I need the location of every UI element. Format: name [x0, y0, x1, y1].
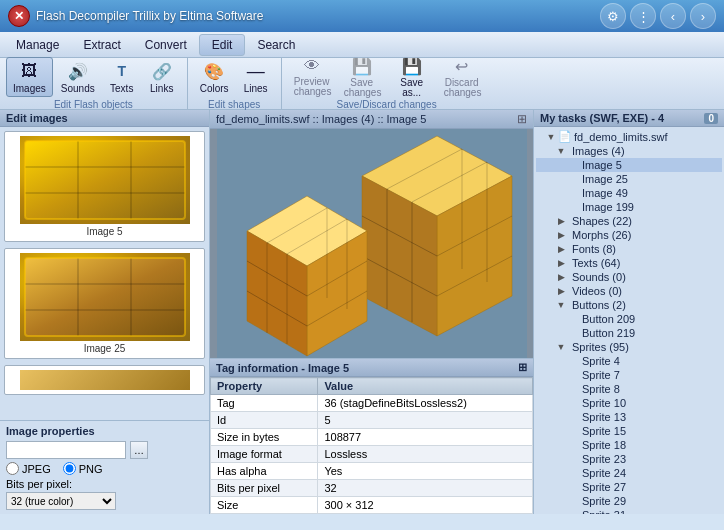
tree-item-label: Sprite 31: [582, 509, 626, 514]
list-item[interactable]: ▶Shapes (22): [536, 214, 722, 228]
tree-item-label: Buttons (2): [572, 299, 626, 311]
lines-button[interactable]: — Lines: [237, 57, 275, 97]
window-controls: ⚙ ⋮ ‹ ›: [600, 3, 716, 29]
settings-icon[interactable]: ⚙: [600, 3, 626, 29]
tree-item-label: Shapes (22): [572, 215, 632, 227]
format-radio-group: JPEG PNG: [6, 462, 103, 475]
table-row: Bits per pixel32: [211, 480, 533, 497]
texts-button[interactable]: T Texts: [103, 57, 141, 97]
bits-select-row: 32 (true color): [6, 492, 203, 510]
tree-root[interactable]: ▼ 📄 fd_demo_limits.swf: [536, 129, 722, 144]
app-title: Flash Decompiler Trillix by Eltima Softw…: [36, 9, 263, 23]
svg-rect-0: [25, 141, 185, 219]
table-row: Size in bytes108877: [211, 429, 533, 446]
images-icon: 🖼: [18, 60, 40, 82]
tree-item-label: Image 199: [582, 201, 634, 213]
svg-rect-6: [25, 258, 185, 336]
discard-button[interactable]: ↩ Discard changes: [438, 57, 486, 97]
browse-button[interactable]: …: [130, 441, 148, 459]
bits-select[interactable]: 32 (true color): [6, 492, 116, 510]
jpeg-radio[interactable]: JPEG: [6, 462, 51, 475]
thumb-label-25: Image 25: [84, 343, 126, 354]
format-row: JPEG PNG: [6, 462, 203, 475]
colors-button[interactable]: 🎨 Colors: [194, 57, 235, 97]
png-radio-input[interactable]: [63, 462, 76, 475]
list-item[interactable]: Sprite 31: [536, 508, 722, 514]
list-item[interactable]: Sprite 29: [536, 494, 722, 508]
list-item[interactable]: Sprite 7: [536, 368, 722, 382]
table-row: Tag36 (stagDefineBitsLossless2): [211, 395, 533, 412]
sounds-button[interactable]: 🔊 Sounds: [55, 57, 101, 97]
list-item[interactable]: Sprite 13: [536, 410, 722, 424]
title-bar: ✕ Flash Decompiler Trillix by Eltima Sof…: [0, 0, 724, 32]
tree-item-label: Sprites (95): [572, 341, 629, 353]
images-button[interactable]: 🖼 Images: [6, 57, 53, 97]
value-cell: 300 × 312: [318, 497, 533, 514]
list-item[interactable]: ▼Sprites (95): [536, 340, 722, 354]
property-cell: Has alpha: [211, 463, 318, 480]
menu-manage[interactable]: Manage: [4, 35, 71, 55]
back-icon[interactable]: ‹: [660, 3, 686, 29]
bits-row: Bits per pixel:: [6, 478, 203, 490]
list-item[interactable]: Sprite 23: [536, 452, 722, 466]
list-item[interactable]: ▼Buttons (2): [536, 298, 722, 312]
list-item[interactable]: ▶Videos (0): [536, 284, 722, 298]
edit-shapes-group: 🎨 Colors — Lines Edit shapes: [194, 57, 282, 110]
title-bar-left: ✕ Flash Decompiler Trillix by Eltima Sof…: [8, 5, 263, 27]
list-item[interactable]: Image 25: [536, 172, 722, 186]
tree-item-label: Morphs (26): [572, 229, 631, 241]
left-panel-header: Edit images: [0, 110, 209, 127]
close-button[interactable]: ✕: [8, 5, 30, 27]
table-row: Has alphaYes: [211, 463, 533, 480]
preview-button[interactable]: 👁 Preview changes: [288, 57, 336, 97]
menu-icon[interactable]: ⋮: [630, 3, 656, 29]
list-item[interactable]: ▶Texts (64): [536, 256, 722, 270]
save-button[interactable]: 💾 Save changes: [338, 57, 386, 97]
tree-item-label: Sprite 10: [582, 397, 626, 409]
thumb-label-5: Image 5: [86, 226, 122, 237]
list-item[interactable]: Button 209: [536, 312, 722, 326]
links-button[interactable]: 🔗 Links: [143, 57, 181, 97]
tree-item-label: Images (4): [572, 145, 625, 157]
forward-icon[interactable]: ›: [690, 3, 716, 29]
menu-convert[interactable]: Convert: [133, 35, 199, 55]
menu-bar: Manage Extract Convert Edit Search: [0, 32, 724, 58]
list-item[interactable]: ▶Sounds (0): [536, 270, 722, 284]
table-row: Size300 × 312: [211, 497, 533, 514]
jpeg-radio-input[interactable]: [6, 462, 19, 475]
list-item[interactable]: Sprite 24: [536, 466, 722, 480]
tree-item-label: Sprite 29: [582, 495, 626, 507]
tree-item-label: Sprite 4: [582, 355, 620, 367]
save-as-button[interactable]: 💾 Save as...: [388, 57, 436, 97]
image-thumb-5[interactable]: Image 5: [4, 131, 205, 242]
list-item[interactable]: Image 199: [536, 200, 722, 214]
menu-search[interactable]: Search: [245, 35, 307, 55]
image-file-input[interactable]: [6, 441, 126, 459]
list-item[interactable]: Sprite 15: [536, 424, 722, 438]
list-item[interactable]: Sprite 4: [536, 354, 722, 368]
list-item[interactable]: ▶Fonts (8): [536, 242, 722, 256]
list-item[interactable]: Button 219: [536, 326, 722, 340]
list-item[interactable]: Image 5: [536, 158, 722, 172]
edit-flash-objects-group: 🖼 Images 🔊 Sounds T Texts 🔗 Links Edit F…: [6, 57, 188, 110]
list-item[interactable]: ▶Morphs (26): [536, 228, 722, 242]
list-item[interactable]: Sprite 18: [536, 438, 722, 452]
image-thumb-extra[interactable]: [4, 365, 205, 395]
property-cell: Size: [211, 497, 318, 514]
root-file-icon: 📄: [558, 130, 572, 143]
list-item[interactable]: Sprite 27: [536, 480, 722, 494]
property-cell: Bits per pixel: [211, 480, 318, 497]
root-expand-icon: ▼: [546, 132, 556, 142]
list-item[interactable]: Sprite 10: [536, 396, 722, 410]
list-item[interactable]: Sprite 8: [536, 382, 722, 396]
tree-item-label: Sprite 27: [582, 481, 626, 493]
image-list: Image 5: [0, 127, 209, 420]
menu-edit[interactable]: Edit: [199, 34, 246, 56]
image-thumb-25[interactable]: Image 25: [4, 248, 205, 359]
list-item[interactable]: Image 49: [536, 186, 722, 200]
png-radio[interactable]: PNG: [63, 462, 103, 475]
expand-icon: ▶: [556, 286, 566, 296]
menu-extract[interactable]: Extract: [71, 35, 132, 55]
list-item[interactable]: ▼Images (4): [536, 144, 722, 158]
toolbar: 🖼 Images 🔊 Sounds T Texts 🔗 Links Edit F…: [0, 58, 724, 110]
